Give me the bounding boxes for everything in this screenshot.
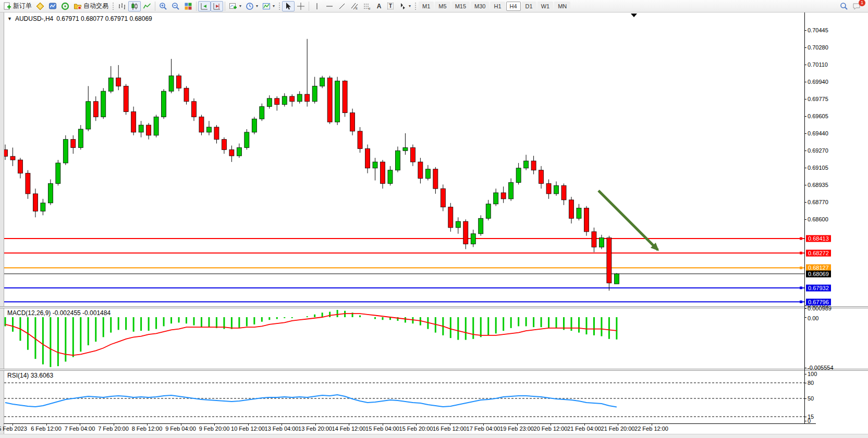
time-axis-label: 14 Feb 12:00 bbox=[332, 426, 366, 432]
price-axis-line bbox=[804, 12, 805, 424]
timeframe-button-h1[interactable]: H1 bbox=[490, 2, 505, 11]
line-chart-button[interactable] bbox=[141, 1, 153, 11]
price-level-lines[interactable] bbox=[2, 237, 804, 303]
navigator-button[interactable] bbox=[59, 1, 71, 11]
chart-plot[interactable] bbox=[0, 12, 868, 438]
price-tick-mark bbox=[804, 116, 806, 117]
new-order-icon bbox=[3, 2, 11, 10]
zoom-out-button[interactable] bbox=[169, 1, 182, 11]
crosshair-icon bbox=[297, 2, 305, 10]
text-label-button[interactable]: T bbox=[385, 1, 396, 11]
rsi-tick-mark bbox=[804, 421, 806, 421]
price-axis-tick: 0.69440 bbox=[808, 130, 828, 136]
chart-shift-button[interactable] bbox=[211, 1, 223, 11]
crosshair-button[interactable] bbox=[295, 1, 307, 11]
price-tick-mark bbox=[804, 133, 806, 134]
zoom-in-icon bbox=[159, 2, 167, 10]
chevron-down-icon: ▾ bbox=[239, 4, 241, 8]
timeframe-button-w1[interactable]: W1 bbox=[537, 2, 554, 11]
window-bottom-strip bbox=[0, 434, 868, 438]
market-watch-button[interactable] bbox=[34, 1, 46, 11]
time-axis-label: 21 Feb 20:00 bbox=[601, 426, 635, 432]
time-axis-line bbox=[4, 423, 816, 424]
bar-chart-button[interactable] bbox=[116, 1, 128, 11]
chart-shift-marker[interactable] bbox=[631, 14, 637, 17]
time-axis-label: 6 Feb 12:00 bbox=[31, 426, 62, 432]
auto-scroll-button[interactable] bbox=[198, 1, 211, 11]
text-label-icon: T bbox=[387, 3, 394, 9]
auto-trading-button[interactable]: 自动交易 bbox=[71, 1, 111, 11]
cursor-button[interactable] bbox=[282, 1, 295, 11]
search-button[interactable] bbox=[838, 1, 850, 11]
price-axis-tick: 0.69105 bbox=[808, 165, 828, 171]
auto-trading-label: 自动交易 bbox=[83, 2, 108, 10]
panel-splitter-macd[interactable] bbox=[0, 306, 868, 308]
timeframe-button-m1[interactable]: M1 bbox=[419, 2, 434, 11]
time-axis-label: 5 Feb 2023 bbox=[0, 426, 27, 432]
macd-axis-tick: 0.000989 bbox=[808, 305, 832, 311]
time-axis-label: 17 Feb 04:00 bbox=[467, 426, 500, 432]
timeframe-group: M1M5M15M30H1H4D1W1MN bbox=[418, 2, 571, 11]
macd-axis-tick: -0.005554 bbox=[808, 365, 834, 371]
market-watch-icon bbox=[36, 2, 44, 10]
toolbar-separator bbox=[196, 2, 197, 11]
text-button[interactable]: A bbox=[373, 1, 385, 11]
rsi-axis-tick: 80 bbox=[808, 380, 814, 386]
templates-button[interactable]: ▾ bbox=[260, 1, 277, 11]
new-order-button[interactable]: 新订单 bbox=[1, 1, 34, 11]
macd-tick-mark bbox=[804, 368, 806, 368]
toolbar-grip bbox=[278, 2, 280, 10]
svg-text:F: F bbox=[369, 7, 371, 10]
data-window-button[interactable] bbox=[46, 1, 59, 11]
tile-windows-button[interactable] bbox=[182, 1, 194, 11]
macd-tick-mark bbox=[804, 308, 806, 309]
vertical-line-icon bbox=[313, 2, 321, 10]
indicators-button[interactable]: ▾ bbox=[227, 1, 243, 11]
price-axis-tick: 0.69940 bbox=[808, 79, 828, 85]
price-axis-tick: 0.68600 bbox=[808, 216, 828, 222]
chart-symbol-title: AUDUSD-,H4 bbox=[15, 15, 53, 22]
rsi-axis-tick: 50 bbox=[808, 395, 814, 402]
price-tick-mark bbox=[804, 151, 806, 151]
fibonacci-button[interactable]: F bbox=[361, 1, 373, 11]
timeframe-button-m15[interactable]: M15 bbox=[451, 2, 470, 11]
price-tick-mark bbox=[804, 99, 806, 99]
time-axis-label: 13 Feb 20:00 bbox=[298, 426, 332, 432]
chart-window[interactable]: ▼ AUDUSD-,H4 0.67971 0.68077 0.67971 0.6… bbox=[0, 12, 868, 438]
candlestick-chart-button[interactable] bbox=[128, 1, 141, 11]
timeframe-button-h4[interactable]: H4 bbox=[506, 2, 521, 11]
search-icon bbox=[840, 2, 848, 10]
chart-left-gutter bbox=[0, 12, 4, 438]
timeframe-button-m30[interactable]: M30 bbox=[471, 2, 489, 11]
toolbar-grip bbox=[414, 2, 417, 10]
zoom-in-button[interactable] bbox=[157, 1, 169, 11]
arrows-button[interactable]: ▾ bbox=[396, 1, 413, 11]
time-axis-label: 10 Feb 12:00 bbox=[231, 426, 265, 432]
data-window-icon bbox=[48, 2, 57, 10]
timeframe-button-d1[interactable]: D1 bbox=[522, 2, 536, 11]
chart-shift-icon bbox=[213, 2, 221, 10]
toolbar-separator bbox=[309, 2, 309, 11]
bar-chart-icon bbox=[118, 2, 126, 10]
periods-button[interactable]: ▾ bbox=[243, 1, 260, 11]
price-tick-mark bbox=[804, 202, 806, 203]
trendline-button[interactable] bbox=[336, 1, 348, 11]
svg-text:E: E bbox=[356, 7, 358, 10]
trendline-icon bbox=[338, 2, 346, 10]
time-axis-label: 21 Feb 04:00 bbox=[567, 426, 601, 432]
vertical-line-button[interactable] bbox=[311, 1, 323, 11]
arrows-icon bbox=[398, 2, 407, 10]
horizontal-line-button[interactable] bbox=[323, 1, 336, 11]
price-tick-mark bbox=[804, 219, 806, 220]
chat-button[interactable]: 1 bbox=[850, 1, 863, 11]
panel-splitter-rsi[interactable] bbox=[0, 369, 868, 371]
timeframe-button-mn[interactable]: MN bbox=[554, 2, 570, 11]
timeframe-button-m5[interactable]: M5 bbox=[435, 2, 450, 11]
equidistant-channel-button[interactable]: E bbox=[348, 1, 361, 11]
rsi-panel bbox=[4, 383, 804, 417]
time-axis-label: 7 Feb 04:00 bbox=[65, 426, 95, 432]
rsi-axis-tick: 0 bbox=[808, 418, 811, 424]
horizontal-line-icon bbox=[325, 2, 334, 10]
macd-tick-mark bbox=[804, 317, 806, 318]
time-axis-label: 7 Feb 20:00 bbox=[98, 426, 129, 432]
